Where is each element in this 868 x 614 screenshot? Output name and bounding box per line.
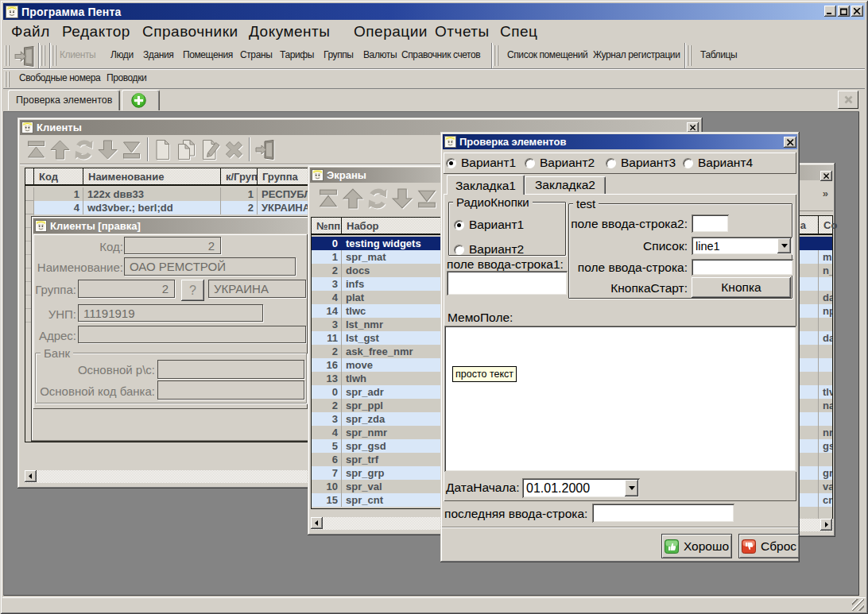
toolbar-button-10[interactable]: Список помещений <box>507 49 587 60</box>
column-header[interactable]: Наименование <box>83 168 221 184</box>
app-titlebar[interactable]: Программа Пента <box>3 3 865 20</box>
column-header[interactable]: №пп <box>312 218 342 234</box>
doc-copy-icon[interactable] <box>176 139 198 161</box>
dialog-tab-2[interactable]: Закладка2 <box>525 176 606 195</box>
scroll-right-button[interactable] <box>820 519 832 531</box>
dialog-titlebar[interactable]: Проверка элементов <box>443 134 797 149</box>
group-radio-1[interactable]: Вариант1 <box>454 219 524 230</box>
list-item[interactable]: 2docs <box>312 264 460 277</box>
scroll-left-button[interactable] <box>311 517 323 529</box>
toolbar-button-1[interactable]: Клиенты <box>60 49 95 60</box>
exit-door-icon[interactable] <box>254 139 276 161</box>
toolbar-drag-handle[interactable] <box>5 71 10 87</box>
grp-lookup-button[interactable]: ? <box>181 280 204 301</box>
close-button[interactable] <box>851 6 863 17</box>
ok-button[interactable]: Хорошо <box>661 534 732 558</box>
toolbar2-button-1[interactable]: Свободные номера <box>19 72 100 83</box>
nav-up-icon[interactable] <box>342 187 364 210</box>
nav-down-icon[interactable] <box>391 187 413 210</box>
toolbar-drag-handle[interactable] <box>494 45 499 66</box>
toolbar-button-11[interactable]: Журнал регистрации <box>593 49 680 60</box>
combo-drop-button[interactable] <box>777 238 791 253</box>
variant-radio-1[interactable]: Вариант1 <box>446 157 516 168</box>
tab-proverka-elementov[interactable]: Проверка элементов <box>8 90 120 110</box>
exit-door-icon[interactable] <box>13 45 37 68</box>
toolbar-button-2[interactable]: Люди <box>110 49 134 60</box>
resize-grip[interactable] <box>852 599 864 611</box>
toolbar2-button-2[interactable]: Проводки <box>107 72 146 83</box>
reset-button[interactable]: Сброс <box>738 534 800 558</box>
column-header[interactable]: к/Груп <box>221 168 258 184</box>
column-header[interactable]: Со <box>819 216 859 234</box>
variant-radio-3[interactable]: Вариант3 <box>606 157 676 168</box>
date-combobox[interactable]: 01.01.2000 <box>522 478 640 498</box>
list-item[interactable]: 15spr_cnt <box>312 493 460 507</box>
grp-name-field[interactable]: УКРАИНА <box>208 280 306 298</box>
input3-field[interactable] <box>692 259 793 276</box>
toolbar-button-5[interactable]: Страны <box>240 49 272 60</box>
list-item[interactable]: 11lst_gst <box>312 331 460 345</box>
variant-radio-2[interactable]: Вариант2 <box>525 157 595 168</box>
menu-item-7[interactable]: Спец <box>500 23 537 41</box>
toolbar-drag-handle[interactable] <box>52 45 57 66</box>
memo-field[interactable]: просто текст <box>444 326 796 472</box>
group-radio-2[interactable]: Вариант2 <box>454 244 524 255</box>
list-item[interactable]: 4plat <box>312 291 460 304</box>
list-item[interactable]: 5spr_gsd <box>312 439 460 453</box>
menu-item-5[interactable]: Операции <box>354 23 428 41</box>
naim-field[interactable]: ОАО РЕМСТРОЙ <box>124 257 296 276</box>
list-combobox[interactable]: line1 <box>692 237 792 255</box>
more-button[interactable]: » <box>823 187 828 199</box>
toolbar-button-4[interactable]: Помещения <box>183 49 233 60</box>
tab-close-button[interactable] <box>838 91 858 109</box>
variant-radio-4[interactable]: Вариант4 <box>683 157 753 168</box>
list-item[interactable]: 2spr_ppl <box>312 399 460 412</box>
add-tab-button[interactable] <box>122 90 160 110</box>
input2-field[interactable] <box>692 214 729 233</box>
scroll-left-button[interactable] <box>25 470 37 482</box>
list-item[interactable]: 0testing widgets <box>312 237 460 250</box>
rs-field[interactable] <box>157 360 304 379</box>
adr-field[interactable] <box>78 326 306 343</box>
list-item[interactable]: 0spr_adr <box>312 385 460 399</box>
list-item[interactable]: 3lst_nmr <box>312 318 460 331</box>
toolbar-button-6[interactable]: Тарифы <box>280 49 314 60</box>
refresh-icon[interactable] <box>73 139 95 161</box>
list-item[interactable]: 10spr_val <box>312 480 460 493</box>
list-item[interactable]: 13tlwh <box>312 372 460 385</box>
nav-up-icon[interactable] <box>49 139 72 161</box>
unp-field[interactable]: 11191919 <box>78 304 263 322</box>
menu-item-1[interactable]: Файл <box>11 23 50 41</box>
toolbar-button-3[interactable]: Здания <box>143 49 173 60</box>
doc-edit-icon[interactable] <box>200 139 222 161</box>
list-item[interactable]: 6spr_trf <box>312 453 460 466</box>
pravka-titlebar[interactable]: Клиенты [правка] <box>33 218 308 234</box>
grp-field[interactable]: 2 <box>78 280 175 298</box>
toolbar-drag-handle[interactable] <box>41 45 46 66</box>
doc-new-icon[interactable] <box>152 139 174 161</box>
list-item[interactable]: 16move <box>312 358 460 372</box>
list-item[interactable]: 7spr_grp <box>312 466 460 480</box>
maximize-button[interactable] <box>838 6 850 17</box>
list-item[interactable]: 3spr_zda <box>312 412 460 426</box>
nav-last-icon[interactable] <box>416 187 438 210</box>
refresh-icon[interactable] <box>366 187 389 210</box>
right-window-close-button[interactable] <box>820 171 832 181</box>
minimize-button[interactable] <box>824 6 836 17</box>
toolbar-drag-handle[interactable] <box>5 45 10 66</box>
last-input-field[interactable] <box>592 504 734 523</box>
list-item[interactable]: 2ask_free_nmr <box>312 345 460 358</box>
toolbar-button-12[interactable]: Таблицы <box>700 49 737 60</box>
input1-field[interactable] <box>447 271 568 295</box>
kb-field[interactable] <box>157 380 304 400</box>
toolbar-button-9[interactable]: Справочник счетов <box>401 49 480 60</box>
menu-item-2[interactable]: Редактор <box>62 23 130 41</box>
list-item[interactable]: 1spr_mat <box>312 250 460 264</box>
kod-field[interactable]: 2 <box>124 237 221 254</box>
nav-last-icon[interactable] <box>121 139 143 161</box>
nav-first-icon[interactable] <box>25 139 48 161</box>
ekrany-titlebar[interactable]: Экраны <box>310 168 462 183</box>
menu-item-4[interactable]: Документы <box>249 23 330 41</box>
menu-item-3[interactable]: Справочники <box>142 23 238 41</box>
menu-item-6[interactable]: Отчеты <box>435 23 490 41</box>
